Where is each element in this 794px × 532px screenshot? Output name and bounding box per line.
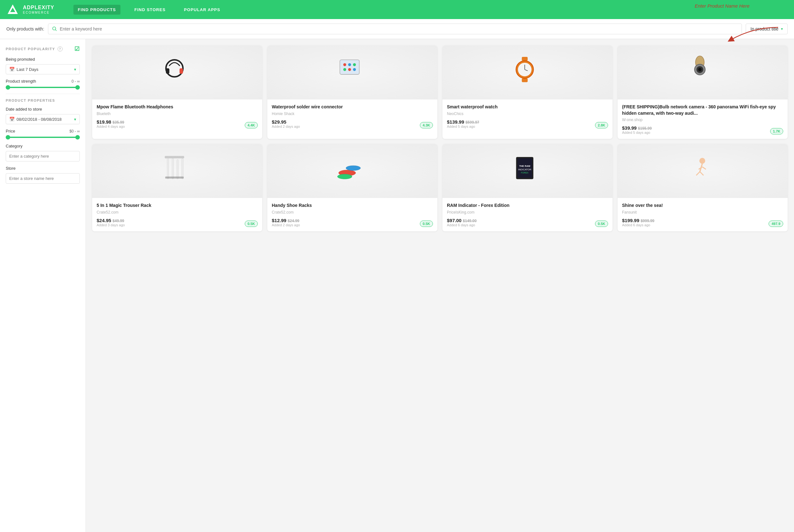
product-card[interactable]: Shine over the sea! Fansunit $199.99 $99… [618,144,788,231]
product-name: Waterproof solder wire connector [272,104,433,110]
price-label: Price $0 - ∞ [6,129,80,133]
checkbox-icon[interactable]: ☑ [74,45,80,53]
keyword-input[interactable] [60,26,738,32]
svg-rect-7 [179,68,183,74]
logo: ADPLEXITY ECOMMERCE [6,3,54,16]
price-original: $24.99 [288,218,299,223]
product-card[interactable]: Waterproof solder wire connector Homie S… [267,45,437,139]
nav-popular-apps[interactable]: POPULAR APPS [179,5,225,15]
store-input[interactable] [6,173,80,184]
product-image [92,45,262,99]
product-store: PriceIsKing.com [447,210,608,214]
svg-text:THE RAM: THE RAM [519,165,530,168]
product-store: NeoChics [447,112,608,116]
price-current: $97.00 $149.00 [447,218,476,223]
price-current: $12.99 $24.99 [272,218,300,223]
product-store: Crate52.com [97,210,258,214]
strength-range-value: 0 - ∞ [72,79,80,83]
svg-rect-28 [182,158,183,179]
product-grid: Mpow Flame Bluetooth Headphones Blueteth… [92,45,788,231]
slider-thumb-right[interactable] [75,85,80,90]
product-card[interactable]: THE RAM INDICATOR FOREX RAM Indicator - … [442,144,612,231]
keyword-input-wrap[interactable] [48,23,742,34]
product-name: (FREE SHIPPING)Bulb network camera - 360… [622,104,783,116]
calendar-icon: 📅 [9,117,15,122]
nav-find-stores[interactable]: FIND STORES [130,5,170,15]
svg-text:FOREX: FOREX [521,172,529,174]
price-original: $49.99 [113,218,124,223]
product-store: W-one.shop [622,118,783,122]
product-svg [685,153,720,188]
price-block: $24.95 $49.99 Added 3 days ago [97,218,125,227]
calendar-icon: 📅 [9,67,15,72]
product-image [92,144,262,198]
price-added: Added 5 days ago [447,125,479,128]
product-properties-section: PRODUCT PROPERTIES [6,98,80,102]
product-popularity-title: PRODUCT POPULARITY [6,47,55,51]
only-products-label: Only products with: [6,26,44,32]
product-image [267,45,437,99]
nav-find-products[interactable]: FIND PRODUCTS [73,5,120,15]
svg-text:INDICATOR: INDICATOR [518,168,531,171]
price-range-value: $0 - ∞ [69,129,80,133]
product-image [618,45,788,99]
filter-dropdown[interactable]: In product title ▾ [746,23,788,34]
help-icon[interactable]: ? [58,46,63,52]
price-block: $19.98 $35.99 Added 4 days ago [97,119,125,128]
product-pricing: $19.98 $35.99 Added 4 days ago 4.4K [97,119,258,128]
date-added-dropdown[interactable]: 📅 08/02/2018 - 08/08/2018 ▾ [6,114,80,124]
search-bar: Only products with: In product title ▾ [0,19,794,39]
price-slider[interactable] [6,137,80,138]
product-card[interactable]: Handy Shoe Racks Crate52.com $12.99 $24.… [267,144,437,231]
price-added: Added 5 days ago [622,131,651,134]
price-added: Added 4 days ago [97,125,125,128]
svg-point-14 [353,68,356,71]
price-added: Added 2 days ago [272,223,300,227]
product-badge: 4.3K [420,122,433,128]
product-svg [160,55,195,90]
product-svg: THE RAM INDICATOR FOREX [510,153,545,188]
product-name: RAM Indicator - Forex Edition [447,203,608,209]
product-pricing: $24.95 $49.99 Added 3 days ago 0.5K [97,218,258,227]
product-card[interactable]: Mpow Flame Bluetooth Headphones Blueteth… [92,45,262,139]
last-days-dropdown[interactable]: 📅 Last 7 Days ▾ [6,64,80,74]
price-block: $12.99 $24.99 Added 2 days ago [272,218,300,227]
product-name: 5 In 1 Magic Trouser Rack [97,203,258,209]
slider-thumb-left[interactable] [6,135,10,139]
being-promoted-label: Being promoted [6,57,80,62]
product-card[interactable]: Smart waterproof watch NeoChics $139.99 … [442,45,612,139]
price-current: $19.98 $35.99 [97,119,125,125]
price-original: $149.00 [463,218,476,223]
category-input[interactable] [6,151,80,162]
svg-point-24 [698,68,701,71]
product-info: Mpow Flame Bluetooth Headphones Blueteth… [92,99,262,133]
svg-point-3 [53,27,56,30]
product-info: 5 In 1 Magic Trouser Rack Crate52.com $2… [92,198,262,231]
strength-slider[interactable] [6,87,80,88]
slider-thumb-left[interactable] [6,85,10,90]
product-store: Fansunit [622,210,783,214]
svg-point-13 [348,68,351,71]
svg-rect-30 [165,177,184,178]
product-pricing: $39.99 $155.99 Added 5 days ago 1.7K [622,125,783,134]
price-current: $199.99 $999.99 [622,218,655,223]
product-info: RAM Indicator - Forex Edition PriceIsKin… [442,198,612,231]
last-days-label: Last 7 Days [17,67,38,72]
product-info: (FREE SHIPPING)Bulb network camera - 360… [618,99,788,139]
product-name: Handy Shoe Racks [272,203,433,209]
product-image [618,144,788,198]
price-original: $999.99 [641,218,654,223]
chevron-down-icon: ▾ [74,67,76,72]
price-block: $199.99 $999.99 Added 6 days ago [622,218,655,227]
price-block: $29.95 Added 2 days ago [272,119,300,128]
price-current: $39.99 $155.99 [622,125,651,131]
slider-thumb-right[interactable] [75,135,80,139]
price-original: $599.97 [465,120,479,125]
svg-rect-6 [166,68,169,74]
product-grid-area: Mpow Flame Bluetooth Headphones Blueteth… [86,39,794,532]
svg-rect-16 [522,78,527,82]
product-pricing: $199.99 $999.99 Added 6 days ago 497.9 [622,218,783,227]
product-svg [510,55,545,90]
product-card[interactable]: (FREE SHIPPING)Bulb network camera - 360… [618,45,788,139]
product-card[interactable]: 5 In 1 Magic Trouser Rack Crate52.com $2… [92,144,262,231]
